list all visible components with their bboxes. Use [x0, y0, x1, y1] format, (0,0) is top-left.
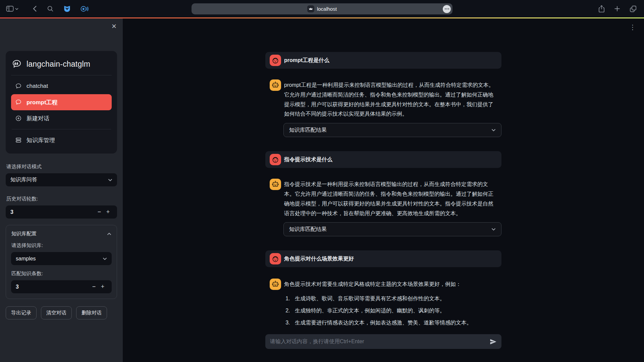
chat-bubble-icon: [15, 99, 22, 106]
address-bar[interactable]: localhost: [192, 3, 452, 14]
history-rounds-value: 3: [10, 209, 13, 215]
chat-message-user: prompt工程是什么: [265, 52, 501, 69]
kb-match-accordion[interactable]: 知识库匹配结果: [283, 123, 501, 137]
kb-config-panel: 知识库配置 请选择知识库: samples 匹配知识条数: 3 − +: [6, 225, 117, 299]
chat-input[interactable]: [270, 339, 486, 345]
message-text: 指令提示技术是一种利用提示来控制语言模型输出的过程，从而生成符合特定需求的文本。…: [284, 180, 497, 218]
back-icon[interactable]: [33, 5, 37, 12]
user-avatar-icon: [270, 253, 281, 264]
navigation-card: langchain-chatglm chatchat prompt工程: [6, 51, 117, 154]
bot-avatar-icon: [270, 279, 281, 290]
assistant-numbered-list: 生成诗歌、歌词、音乐歌词等需要具有艺术感和创作性的文本。 生成独特的、非正式的文…: [291, 295, 501, 327]
divider: [12, 129, 111, 129]
sidebar-item-label: 知识库管理: [26, 136, 55, 144]
decrement-button[interactable]: −: [95, 208, 104, 216]
site-favicon: [307, 5, 314, 12]
chevron-down-icon: [103, 257, 107, 260]
delete-dialog-button[interactable]: 删除对话: [76, 306, 107, 319]
history-rounds-stepper[interactable]: 3 − +: [6, 205, 117, 219]
list-item: 生成需要进行情感表达的文本，例如表达感激、赞美、道歉等情感的文本。: [291, 319, 501, 327]
export-history-button[interactable]: 导出记录: [6, 306, 37, 319]
accordion-label: 知识库匹配结果: [289, 226, 327, 233]
app-title: langchain-chatglm: [26, 60, 90, 69]
chat-message-user: 指令提示技术是什么: [265, 151, 501, 168]
sidebar-item-new-dialog[interactable]: 新建对话: [11, 110, 112, 126]
kebab-menu-icon[interactable]: ⋮: [629, 23, 636, 31]
mode-select-value: 知识库问答: [10, 176, 37, 183]
chevron-down-icon: [491, 228, 496, 231]
chat-input-row: [265, 334, 501, 349]
message-text: 指令提示技术是什么: [284, 156, 332, 163]
sidebar-item-label: 新建对话: [26, 115, 49, 122]
history-rounds-label: 历史对话轮数:: [6, 196, 116, 202]
message-text: prompt工程是什么: [284, 57, 329, 64]
decrement-button[interactable]: −: [90, 283, 98, 290]
chat-bubble-icon: [15, 83, 22, 89]
kb-config-header[interactable]: 知识库配置: [11, 230, 112, 237]
kb-config-title: 知识库配置: [11, 231, 37, 237]
sidebar-item-label: prompt工程: [26, 99, 58, 106]
kb-match-accordion[interactable]: 知识库匹配结果: [283, 222, 501, 236]
new-tab-icon[interactable]: [614, 6, 620, 12]
database-stack-icon: [15, 137, 22, 143]
extension-star-wave-icon[interactable]: [80, 5, 89, 12]
list-item: 生成独特的、非正式的文本，例如闲适的、幽默的、讽刺的等。: [291, 307, 501, 315]
page-settings-icon[interactable]: [443, 5, 451, 13]
message-text: prompt工程是一种利用提示来控制语言模型输出的过程，从而生成符合特定需求的文…: [284, 80, 497, 119]
sidebar: ✕ langchain-chatglm chat: [0, 18, 123, 362]
increment-button[interactable]: +: [104, 208, 112, 216]
accordion-label: 知识库匹配结果: [289, 127, 327, 134]
extension-shield-icon[interactable]: [64, 5, 70, 12]
chevron-down-icon: [491, 129, 496, 131]
chat-message-assistant: 角色提示技术对需要生成特定风格或特定主题的文本场景效果更好，例如：: [265, 279, 501, 290]
app-brand: langchain-chatglm: [11, 58, 112, 75]
message-text: 角色提示对什么场景效果更好: [284, 255, 354, 262]
kb-select-value: samples: [16, 256, 36, 262]
chat-message-user: 角色提示对什么场景效果更好: [265, 250, 501, 267]
topk-stepper[interactable]: 3 − +: [11, 280, 112, 293]
message-text: 角色提示技术对需要生成特定风格或特定主题的文本场景效果更好，例如：: [284, 280, 461, 289]
brand-chat-icon: [12, 59, 22, 69]
sidebar-item-label: chatchat: [26, 83, 48, 89]
chat-message-assistant: 指令提示技术是一种利用提示来控制语言模型输出的过程，从而生成符合特定需求的文本。…: [265, 179, 501, 218]
chat-message-assistant: prompt工程是一种利用提示来控制语言模型输出的过程，从而生成符合特定需求的文…: [265, 79, 501, 119]
tab-overview-icon[interactable]: [630, 5, 637, 12]
bot-avatar-icon: [270, 179, 281, 190]
bot-avatar-icon: [270, 79, 281, 91]
sidebar-toggle-icon[interactable]: [6, 5, 14, 12]
sidebar-chevron-down-icon[interactable]: [15, 8, 18, 10]
mode-select-dropdown[interactable]: 知识库问答: [6, 173, 117, 186]
circle-plus-icon: [15, 115, 22, 122]
chevron-up-icon: [107, 233, 111, 235]
topk-value: 3: [16, 284, 19, 290]
user-avatar-icon: [270, 55, 281, 66]
sidebar-item-prompt-project[interactable]: prompt工程: [11, 94, 112, 110]
chevron-down-icon: [108, 179, 112, 181]
clear-dialog-button[interactable]: 清空对话: [41, 306, 72, 319]
list-item: 生成诗歌、歌词、音乐歌词等需要具有艺术感和创作性的文本。: [291, 295, 501, 303]
mode-select-label: 请选择对话模式: [6, 164, 116, 170]
search-icon[interactable]: [47, 5, 54, 12]
topk-label: 匹配知识条数:: [11, 270, 111, 277]
increment-button[interactable]: +: [98, 283, 107, 290]
send-icon[interactable]: [490, 339, 497, 345]
share-icon[interactable]: [598, 5, 605, 13]
sidebar-item-chatchat[interactable]: chatchat: [11, 78, 112, 94]
chat-main-area: ⋮ prompt工程是什么: [123, 18, 644, 362]
sidebar-close-icon[interactable]: ✕: [111, 23, 117, 29]
kb-select-dropdown[interactable]: samples: [11, 252, 112, 265]
browser-toolbar: localhost: [0, 0, 644, 17]
chat-column: prompt工程是什么 prompt工程是一种利用提示来控制语言模型输出的过程，…: [265, 18, 501, 349]
sidebar-item-kb-management[interactable]: 知识库管理: [11, 132, 112, 148]
url-text: localhost: [317, 6, 337, 12]
kb-select-label: 请选择知识库:: [11, 242, 111, 249]
user-avatar-icon: [270, 154, 281, 165]
